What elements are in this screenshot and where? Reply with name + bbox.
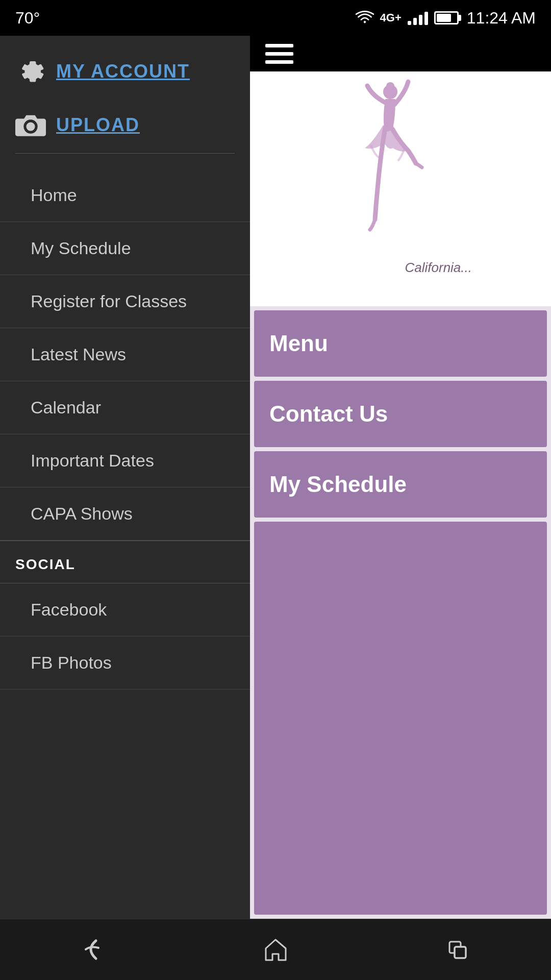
- logo-area: California...: [250, 71, 551, 306]
- my-account-link[interactable]: MY ACCOUNT: [56, 61, 190, 82]
- hamburger-menu-button[interactable]: [265, 44, 293, 64]
- bottom-nav-bar: [0, 919, 551, 980]
- social-section-header: SOCIAL: [0, 541, 250, 583]
- menu-buttons-area: Menu Contact Us My Schedule: [250, 306, 551, 919]
- right-panel: California... Menu Contact Us My Schedul…: [250, 36, 551, 919]
- divider-top: [15, 153, 235, 154]
- sidebar: MY ACCOUNT UPLOAD Home My Schedule Regis…: [0, 36, 250, 919]
- status-bar: 70° 4G+ 11:24 AM: [0, 0, 551, 36]
- nav-item-facebook[interactable]: Facebook: [0, 583, 250, 636]
- temperature: 70°: [15, 9, 40, 28]
- my-account-row[interactable]: MY ACCOUNT: [15, 56, 235, 87]
- nav-items: Home My Schedule Register for Classes La…: [0, 169, 250, 919]
- home-icon: [262, 936, 290, 964]
- nav-item-register[interactable]: Register for Classes: [0, 275, 250, 328]
- nav-item-fb-photos[interactable]: FB Photos: [0, 636, 250, 690]
- nav-item-my-schedule[interactable]: My Schedule: [0, 222, 250, 275]
- dancer-container: California...: [329, 77, 472, 301]
- gear-icon: [15, 56, 46, 87]
- menu-button-extra[interactable]: [254, 522, 547, 915]
- menu-button-my-schedule[interactable]: My Schedule: [254, 451, 547, 518]
- camera-icon: [15, 112, 46, 138]
- menu-button-menu[interactable]: Menu: [254, 310, 547, 377]
- time: 11:24 AM: [467, 9, 536, 28]
- home-button[interactable]: [255, 929, 296, 970]
- dancer-illustration: [329, 77, 431, 281]
- recent-apps-icon: [445, 936, 473, 964]
- battery-icon: [434, 11, 459, 24]
- hamburger-line-2: [265, 52, 293, 56]
- back-icon: [78, 936, 106, 964]
- nav-item-latest-news[interactable]: Latest News: [0, 328, 250, 381]
- right-header: [250, 36, 551, 71]
- svg-rect-3: [455, 947, 466, 958]
- network-icons: 4G+: [356, 10, 459, 26]
- wifi-icon: [356, 10, 374, 26]
- recent-apps-button[interactable]: [439, 929, 480, 970]
- hamburger-line-1: [265, 44, 293, 47]
- nav-item-home[interactable]: Home: [0, 169, 250, 222]
- svg-point-1: [386, 82, 394, 89]
- back-button[interactable]: [71, 929, 112, 970]
- nav-item-calendar[interactable]: Calendar: [0, 381, 250, 434]
- nav-item-capa-shows[interactable]: CAPA Shows: [0, 487, 250, 541]
- hamburger-line-3: [265, 60, 293, 64]
- nav-item-important-dates[interactable]: Important Dates: [0, 434, 250, 487]
- upload-link[interactable]: UPLOAD: [56, 114, 140, 136]
- sidebar-header: MY ACCOUNT UPLOAD: [0, 36, 250, 169]
- main-layout: MY ACCOUNT UPLOAD Home My Schedule Regis…: [0, 36, 551, 919]
- network-type: 4G+: [380, 11, 402, 24]
- logo-subtext: California...: [405, 260, 472, 276]
- upload-row[interactable]: UPLOAD: [15, 112, 235, 153]
- signal-bars: [408, 11, 428, 25]
- menu-button-contact-us[interactable]: Contact Us: [254, 381, 547, 447]
- status-right-icons: 4G+ 11:24 AM: [356, 9, 536, 28]
